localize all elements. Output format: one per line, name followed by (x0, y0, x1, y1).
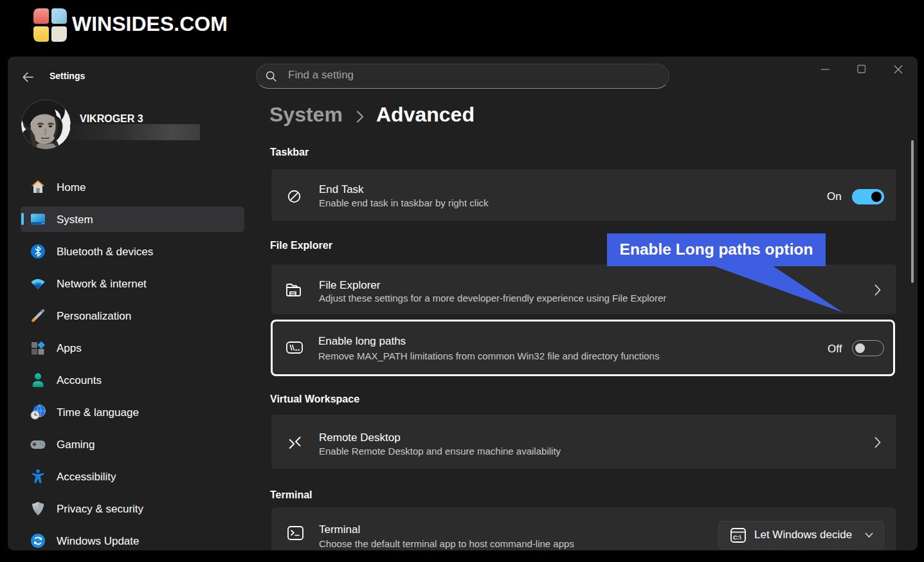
svg-text:Enable Long paths option: Enable Long paths option (620, 240, 813, 258)
svg-text:C:\: C:\ (733, 534, 741, 541)
